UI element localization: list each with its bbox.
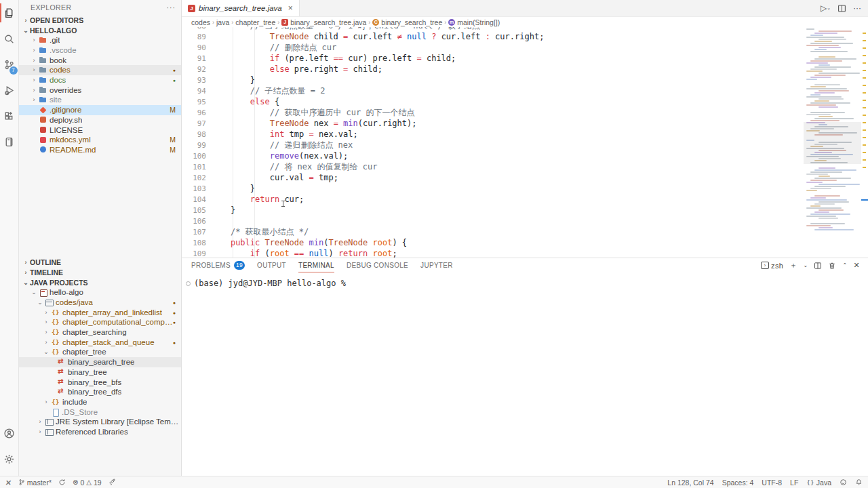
bell-icon[interactable] bbox=[855, 479, 863, 486]
code-editor[interactable]: 88 // 当子结点数量 = 0 / 1 时，child = null / 该子… bbox=[182, 27, 804, 258]
chevron-icon[interactable]: › bbox=[37, 418, 43, 425]
run-debug-icon[interactable] bbox=[0, 77, 19, 103]
chevron-icon[interactable]: › bbox=[43, 399, 50, 405]
run-button[interactable]: ▷⌄ bbox=[821, 3, 831, 13]
minimap-line bbox=[806, 37, 844, 38]
git-branch-indicator[interactable]: master* bbox=[18, 479, 52, 487]
remote-indicator-icon[interactable]: ✕ bbox=[5, 479, 12, 487]
language-mode[interactable]: {} Java bbox=[806, 479, 831, 487]
tree-item--git[interactable]: ›.git bbox=[19, 35, 181, 45]
java-projects-section[interactable]: ⌄ JAVA PROJECTS bbox=[19, 277, 181, 287]
tree-item-chapter-computational-complexity[interactable]: ›chapter_computational_complexity bbox=[19, 317, 181, 327]
explorer-icon[interactable] bbox=[0, 0, 19, 26]
chevron-icon[interactable]: ⌄ bbox=[43, 348, 50, 355]
tree-item-mkdocs-yml[interactable]: mkdocs.ymlM bbox=[19, 135, 181, 145]
sync-icon[interactable] bbox=[58, 479, 66, 486]
close-tab-icon[interactable]: × bbox=[288, 3, 293, 13]
tree-item-book[interactable]: ›book bbox=[19, 55, 181, 65]
account-icon[interactable] bbox=[0, 420, 19, 446]
tree-item-chapter-searching[interactable]: ›chapter_searching bbox=[19, 327, 181, 338]
tree-item--ds-store[interactable]: .DS_Store bbox=[19, 407, 181, 417]
open-editors-section[interactable]: › OPEN EDITORS bbox=[19, 15, 181, 25]
source-control-icon[interactable]: 7 bbox=[0, 52, 19, 77]
timeline-section[interactable]: › TIMELINE bbox=[19, 267, 181, 277]
tree-item-binary-tree-bfs[interactable]: binary_tree_bfs bbox=[19, 377, 181, 387]
tree-item-codes-java[interactable]: ⌄codes/java bbox=[19, 298, 181, 308]
indentation[interactable]: Spaces: 4 bbox=[722, 479, 754, 487]
breadcrumb-item[interactable]: chapter_tree bbox=[235, 18, 275, 26]
panel-tab-terminal[interactable]: TERMINAL bbox=[298, 258, 334, 272]
chevron-icon[interactable]: › bbox=[31, 87, 37, 94]
tree-item-referenced-libraries[interactable]: ›Referenced Libraries bbox=[19, 427, 181, 437]
minimap-viewport[interactable] bbox=[804, 122, 861, 164]
terminal-profile[interactable]: › zsh bbox=[761, 262, 783, 270]
chevron-icon[interactable]: › bbox=[31, 96, 37, 103]
terminal-output[interactable]: (base) jyd@JYD-MBP hello-algo % bbox=[182, 272, 868, 288]
tree-item-binary-tree-dfs[interactable]: binary_tree_dfs bbox=[19, 387, 181, 397]
tree-item-license[interactable]: LICENSE bbox=[19, 125, 181, 135]
chevron-icon[interactable]: › bbox=[31, 47, 37, 54]
tree-item-deploy-sh[interactable]: deploy.sh bbox=[19, 115, 181, 125]
settings-gear-icon[interactable] bbox=[0, 446, 19, 472]
problems-indicator[interactable]: ⊗ 0 △ 19 bbox=[73, 479, 102, 487]
encoding[interactable]: UTF-8 bbox=[762, 479, 782, 487]
split-terminal-icon[interactable] bbox=[814, 262, 822, 270]
breadcrumb-item[interactable]: codes bbox=[191, 18, 210, 26]
jclass-icon bbox=[57, 378, 65, 386]
panel-tab-problems[interactable]: PROBLEMS19 bbox=[191, 258, 245, 272]
more-actions-icon[interactable]: ··· bbox=[853, 3, 861, 13]
panel-tab-jupyter[interactable]: JUPYTER bbox=[420, 258, 453, 272]
split-editor-icon[interactable] bbox=[837, 4, 846, 13]
tree-item-binary-search-tree[interactable]: binary_search_tree bbox=[19, 357, 181, 367]
chevron-icon[interactable]: › bbox=[31, 57, 37, 64]
tree-item-codes[interactable]: ›codes bbox=[19, 65, 181, 75]
panel-tab-output[interactable]: OUTPUT bbox=[257, 258, 286, 272]
chevron-icon[interactable]: › bbox=[31, 77, 37, 83]
maximize-panel-icon[interactable]: ⌃ bbox=[842, 262, 847, 268]
tree-item-site[interactable]: ›site bbox=[19, 95, 181, 105]
tree-item-docs[interactable]: ›docs bbox=[19, 75, 181, 85]
extensions-icon[interactable] bbox=[0, 103, 19, 129]
tab-binary-search-tree[interactable]: J binary_search_tree.java × bbox=[182, 0, 300, 16]
tree-item-readme-md[interactable]: README.mdM bbox=[19, 145, 181, 155]
tree-item--vscode[interactable]: ›.vscode bbox=[19, 45, 181, 56]
chevron-icon[interactable]: › bbox=[43, 309, 50, 316]
tree-item-overrides[interactable]: ›overrides bbox=[19, 85, 181, 95]
close-panel-icon[interactable]: ✕ bbox=[853, 261, 860, 270]
chevron-icon[interactable]: ⌄ bbox=[31, 289, 37, 296]
breadcrumb-item[interactable]: binary_search_tree bbox=[381, 18, 442, 26]
feedback-icon[interactable] bbox=[840, 479, 847, 486]
tree-item-binary-tree[interactable]: binary_tree bbox=[19, 367, 181, 378]
tree-item--gitignore[interactable]: .gitignoreM bbox=[19, 105, 181, 115]
chevron-icon[interactable]: › bbox=[43, 319, 50, 325]
terminal-dropdown-icon[interactable]: ⌄ bbox=[803, 262, 808, 268]
java-rocket-icon[interactable] bbox=[108, 479, 116, 486]
explorer-more-actions[interactable]: ··· bbox=[167, 3, 176, 12]
minimap[interactable] bbox=[804, 27, 861, 258]
notebook-icon[interactable] bbox=[0, 129, 19, 155]
chevron-icon[interactable]: › bbox=[43, 339, 50, 346]
tree-item-chapter-array-and-linkedlist[interactable]: ›chapter_array_and_linkedlist bbox=[19, 307, 181, 317]
tree-item-jre-system-library-eclipse-temurin-17-17-[interactable]: ›JRE System Library [Eclipse Temurin 17 … bbox=[19, 417, 181, 427]
tree-item-hello-algo[interactable]: ⌄hello-algo bbox=[19, 287, 181, 298]
outline-section[interactable]: › OUTLINE bbox=[19, 257, 181, 267]
chevron-icon[interactable]: ⌄ bbox=[37, 299, 43, 306]
breadcrumb-item[interactable]: java bbox=[216, 18, 229, 26]
new-terminal-button[interactable]: ＋ bbox=[789, 260, 797, 270]
chevron-icon[interactable]: › bbox=[43, 329, 50, 336]
breadcrumb-item[interactable]: main(String[]) bbox=[457, 18, 500, 26]
workspace-root[interactable]: ⌄ HELLO-ALGO bbox=[19, 25, 181, 35]
breadcrumb-item[interactable]: binary_search_tree.java bbox=[290, 18, 366, 26]
panel-tab-debug-console[interactable]: DEBUG CONSOLE bbox=[347, 258, 408, 272]
tree-item-chapter-stack-and-queue[interactable]: ›chapter_stack_and_queue bbox=[19, 337, 181, 347]
chevron-icon[interactable]: › bbox=[31, 66, 37, 73]
eol[interactable]: LF bbox=[790, 479, 798, 487]
tree-item-chapter-tree[interactable]: ⌄chapter_tree bbox=[19, 347, 181, 357]
chevron-icon[interactable]: › bbox=[37, 428, 43, 435]
cursor-position[interactable]: Ln 128, Col 74 bbox=[667, 479, 713, 487]
chevron-icon[interactable]: › bbox=[31, 37, 37, 43]
kill-terminal-icon[interactable] bbox=[828, 262, 836, 270]
tree-item-include[interactable]: ›include bbox=[19, 397, 181, 407]
search-icon[interactable] bbox=[0, 26, 19, 52]
folder-icon bbox=[39, 96, 47, 104]
